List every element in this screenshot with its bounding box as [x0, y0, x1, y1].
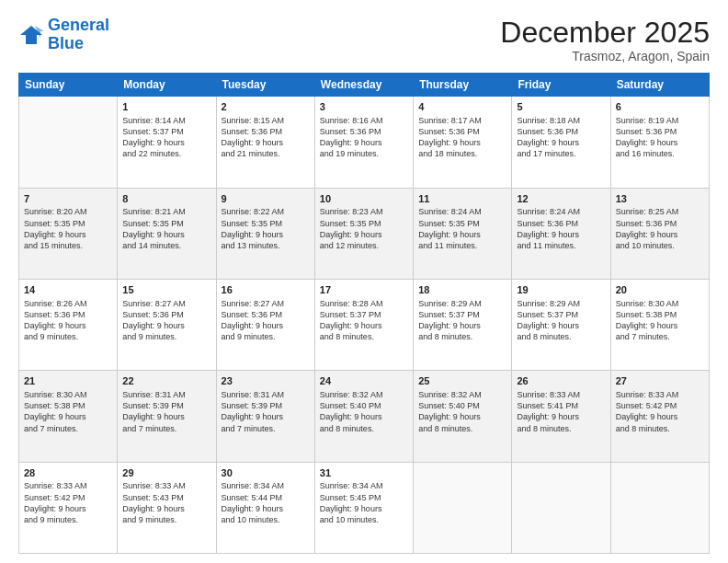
cell-info: Sunrise: 8:32 AMSunset: 5:40 PMDaylight:… [320, 389, 408, 434]
cell-info: Sunrise: 8:17 AMSunset: 5:36 PMDaylight:… [418, 115, 506, 160]
cell-info: Sunrise: 8:30 AMSunset: 5:38 PMDaylight:… [616, 298, 704, 343]
cell-week2-day0: 14Sunrise: 8:26 AMSunset: 5:36 PMDayligh… [19, 279, 118, 370]
cell-week0-day6: 6Sunrise: 8:19 AMSunset: 5:36 PMDaylight… [610, 97, 709, 188]
logo-line1: General [48, 16, 109, 34]
week-row-4: 28Sunrise: 8:33 AMSunset: 5:42 PMDayligh… [19, 462, 710, 553]
cell-info: Sunrise: 8:33 AMSunset: 5:42 PMDaylight:… [616, 389, 704, 434]
logo-text: General Blue [48, 17, 109, 53]
weekday-header-row: SundayMondayTuesdayWednesdayThursdayFrid… [19, 74, 710, 97]
cell-info: Sunrise: 8:32 AMSunset: 5:40 PMDaylight:… [418, 389, 506, 434]
cell-week2-day5: 19Sunrise: 8:29 AMSunset: 5:37 PMDayligh… [512, 279, 610, 370]
cell-week4-day3: 31Sunrise: 8:34 AMSunset: 5:45 PMDayligh… [314, 462, 413, 553]
day-number: 3 [320, 100, 408, 114]
day-number: 11 [418, 192, 506, 206]
weekday-header-monday: Monday [118, 74, 216, 97]
header: General Blue December 2025 Trasmoz, Arag… [18, 17, 710, 63]
week-row-2: 14Sunrise: 8:26 AMSunset: 5:36 PMDayligh… [19, 279, 710, 370]
weekday-header-saturday: Saturday [610, 74, 709, 97]
cell-week4-day4 [414, 462, 512, 553]
cell-info: Sunrise: 8:31 AMSunset: 5:39 PMDaylight:… [222, 389, 310, 434]
logo: General Blue [18, 17, 109, 53]
day-number: 15 [122, 283, 210, 297]
cell-week0-day2: 2Sunrise: 8:15 AMSunset: 5:36 PMDaylight… [216, 97, 314, 188]
day-number: 21 [24, 374, 112, 388]
weekday-header-wednesday: Wednesday [314, 74, 413, 97]
cell-info: Sunrise: 8:34 AMSunset: 5:44 PMDaylight:… [222, 480, 310, 525]
day-number: 27 [616, 374, 704, 388]
cell-week0-day5: 5Sunrise: 8:18 AMSunset: 5:36 PMDaylight… [512, 97, 610, 188]
cell-info: Sunrise: 8:18 AMSunset: 5:36 PMDaylight:… [517, 115, 605, 160]
cell-info: Sunrise: 8:22 AMSunset: 5:35 PMDaylight:… [222, 206, 310, 251]
logo-icon [18, 22, 44, 48]
day-number: 18 [418, 283, 506, 297]
cell-week2-day4: 18Sunrise: 8:29 AMSunset: 5:37 PMDayligh… [414, 279, 512, 370]
cell-week1-day1: 8Sunrise: 8:21 AMSunset: 5:35 PMDaylight… [118, 188, 216, 279]
cell-week1-day3: 10Sunrise: 8:23 AMSunset: 5:35 PMDayligh… [314, 188, 413, 279]
week-row-0: 1Sunrise: 8:14 AMSunset: 5:37 PMDaylight… [19, 97, 710, 188]
cell-week4-day0: 28Sunrise: 8:33 AMSunset: 5:42 PMDayligh… [19, 462, 118, 553]
cell-info: Sunrise: 8:19 AMSunset: 5:36 PMDaylight:… [616, 115, 704, 160]
day-number: 23 [222, 374, 310, 388]
day-number: 13 [616, 192, 704, 206]
cell-info: Sunrise: 8:23 AMSunset: 5:35 PMDaylight:… [320, 206, 408, 251]
day-number: 30 [222, 466, 310, 480]
day-number: 5 [517, 100, 605, 114]
cell-week3-day3: 24Sunrise: 8:32 AMSunset: 5:40 PMDayligh… [314, 371, 413, 462]
day-number: 31 [320, 466, 408, 480]
cell-week3-day5: 26Sunrise: 8:33 AMSunset: 5:41 PMDayligh… [512, 371, 610, 462]
location-subtitle: Trasmoz, Aragon, Spain [500, 49, 710, 63]
cell-info: Sunrise: 8:31 AMSunset: 5:39 PMDaylight:… [122, 389, 210, 434]
day-number: 17 [320, 283, 408, 297]
day-number: 25 [418, 374, 506, 388]
weekday-header-friday: Friday [512, 74, 610, 97]
day-number: 24 [320, 374, 408, 388]
month-title: December 2025 [500, 17, 710, 49]
cell-info: Sunrise: 8:21 AMSunset: 5:35 PMDaylight:… [122, 206, 210, 251]
weekday-header-sunday: Sunday [19, 74, 118, 97]
day-number: 2 [222, 100, 310, 114]
weekday-header-tuesday: Tuesday [216, 74, 314, 97]
weekday-header-thursday: Thursday [414, 74, 512, 97]
cell-info: Sunrise: 8:14 AMSunset: 5:37 PMDaylight:… [122, 115, 210, 160]
cell-info: Sunrise: 8:29 AMSunset: 5:37 PMDaylight:… [517, 298, 605, 343]
title-block: December 2025 Trasmoz, Aragon, Spain [500, 17, 710, 63]
cell-week2-day6: 20Sunrise: 8:30 AMSunset: 5:38 PMDayligh… [610, 279, 709, 370]
cell-info: Sunrise: 8:24 AMSunset: 5:35 PMDaylight:… [418, 206, 506, 251]
day-number: 4 [418, 100, 506, 114]
day-number: 8 [122, 192, 210, 206]
cell-info: Sunrise: 8:30 AMSunset: 5:38 PMDaylight:… [24, 389, 112, 434]
page: General Blue December 2025 Trasmoz, Arag… [0, 0, 728, 563]
cell-week3-day1: 22Sunrise: 8:31 AMSunset: 5:39 PMDayligh… [118, 371, 216, 462]
cell-week2-day1: 15Sunrise: 8:27 AMSunset: 5:36 PMDayligh… [118, 279, 216, 370]
week-row-3: 21Sunrise: 8:30 AMSunset: 5:38 PMDayligh… [19, 371, 710, 462]
day-number: 1 [122, 100, 210, 114]
day-number: 9 [222, 192, 310, 206]
cell-week3-day0: 21Sunrise: 8:30 AMSunset: 5:38 PMDayligh… [19, 371, 118, 462]
cell-week0-day0 [19, 97, 118, 188]
day-number: 26 [517, 374, 605, 388]
cell-week1-day5: 12Sunrise: 8:24 AMSunset: 5:36 PMDayligh… [512, 188, 610, 279]
cell-week4-day6 [610, 462, 709, 553]
cell-week1-day0: 7Sunrise: 8:20 AMSunset: 5:35 PMDaylight… [19, 188, 118, 279]
cell-week1-day6: 13Sunrise: 8:25 AMSunset: 5:36 PMDayligh… [610, 188, 709, 279]
calendar-table: SundayMondayTuesdayWednesdayThursdayFrid… [18, 73, 710, 554]
day-number: 28 [24, 466, 112, 480]
day-number: 20 [616, 283, 704, 297]
cell-info: Sunrise: 8:16 AMSunset: 5:36 PMDaylight:… [320, 115, 408, 160]
day-number: 12 [517, 192, 605, 206]
cell-info: Sunrise: 8:28 AMSunset: 5:37 PMDaylight:… [320, 298, 408, 343]
cell-info: Sunrise: 8:27 AMSunset: 5:36 PMDaylight:… [122, 298, 210, 343]
cell-info: Sunrise: 8:24 AMSunset: 5:36 PMDaylight:… [517, 206, 605, 251]
day-number: 6 [616, 100, 704, 114]
logo-line2: Blue [48, 34, 84, 52]
cell-week0-day3: 3Sunrise: 8:16 AMSunset: 5:36 PMDaylight… [314, 97, 413, 188]
cell-info: Sunrise: 8:15 AMSunset: 5:36 PMDaylight:… [222, 115, 310, 160]
day-number: 19 [517, 283, 605, 297]
cell-week0-day1: 1Sunrise: 8:14 AMSunset: 5:37 PMDaylight… [118, 97, 216, 188]
day-number: 10 [320, 192, 408, 206]
day-number: 14 [24, 283, 112, 297]
cell-week0-day4: 4Sunrise: 8:17 AMSunset: 5:36 PMDaylight… [414, 97, 512, 188]
cell-week3-day6: 27Sunrise: 8:33 AMSunset: 5:42 PMDayligh… [610, 371, 709, 462]
day-number: 7 [24, 192, 112, 206]
cell-week2-day3: 17Sunrise: 8:28 AMSunset: 5:37 PMDayligh… [314, 279, 413, 370]
